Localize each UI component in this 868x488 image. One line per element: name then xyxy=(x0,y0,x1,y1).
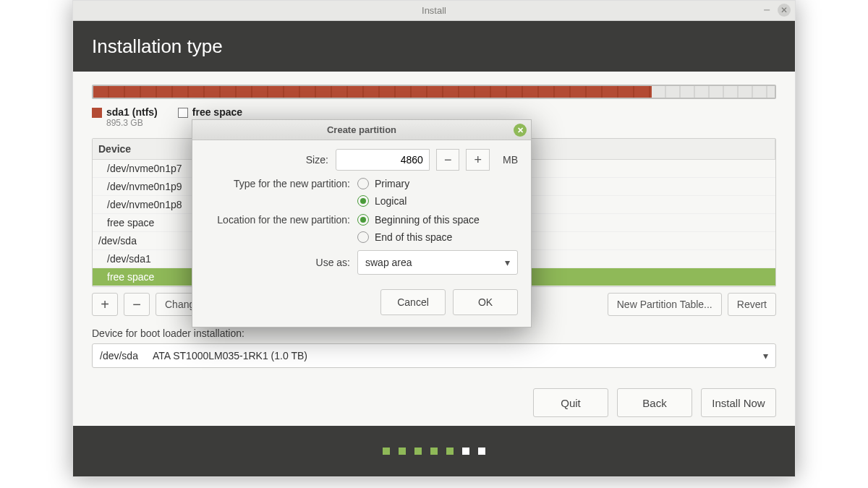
boot-loader-label: Device for boot loader installation: xyxy=(92,328,776,339)
size-unit: MB xyxy=(503,154,518,166)
radio-begin-label: Beginning of this space xyxy=(375,214,480,226)
size-input[interactable] xyxy=(336,149,430,171)
page-header: Installation type xyxy=(73,21,795,72)
radio-icon xyxy=(357,214,369,226)
create-partition-dialog: Create partition ✕ Size: − + MB Type for… xyxy=(192,119,532,328)
swatch-free xyxy=(178,108,188,118)
minimize-button[interactable]: − xyxy=(760,4,773,17)
dialog-title: Create partition xyxy=(327,124,396,135)
progress-dot xyxy=(478,448,485,455)
page-title: Installation type xyxy=(92,35,223,58)
boot-device: /dev/sda xyxy=(100,350,138,361)
radio-end-label: End of this space xyxy=(375,231,452,243)
progress-dot xyxy=(399,448,406,455)
remove-partition-button[interactable]: − xyxy=(124,293,150,316)
radio-icon xyxy=(357,178,369,189)
radio-primary[interactable]: Primary xyxy=(357,178,409,189)
radio-primary-label: Primary xyxy=(375,178,409,189)
disk-usage-bar xyxy=(92,85,776,99)
chevron-down-icon: ▾ xyxy=(763,350,768,361)
usage-segment-free xyxy=(652,86,775,98)
progress-dot xyxy=(430,448,438,455)
radio-logical[interactable]: Logical xyxy=(357,195,409,207)
size-decrement-button[interactable]: − xyxy=(436,149,460,171)
revert-button[interactable]: Revert xyxy=(728,293,776,316)
window-titlebar: Install − ✕ xyxy=(73,1,795,21)
legend-ntfs: sda1 (ntfs) 895.3 GB xyxy=(92,106,158,128)
add-partition-button[interactable]: + xyxy=(92,293,118,316)
useas-select[interactable]: swap area ▾ xyxy=(357,250,518,275)
close-icon: ✕ xyxy=(517,126,524,135)
quit-button[interactable]: Quit xyxy=(533,388,608,417)
dialog-close-button[interactable]: ✕ xyxy=(514,124,527,137)
new-partition-table-button[interactable]: New Partition Table... xyxy=(608,293,722,316)
radio-icon xyxy=(357,195,369,207)
progress-dot xyxy=(462,448,469,455)
useas-value: swap area xyxy=(365,257,412,268)
size-increment-button[interactable]: + xyxy=(466,149,490,171)
window-title: Install xyxy=(422,5,446,16)
chevron-down-icon: ▾ xyxy=(505,257,510,268)
legend-ntfs-label: sda1 (ntfs) xyxy=(106,106,158,118)
wizard-nav: Quit Back Install Now xyxy=(73,388,795,417)
progress-dot xyxy=(414,448,422,455)
legend-ntfs-size: 895.3 GB xyxy=(106,118,158,128)
usage-segment-ntfs xyxy=(93,86,652,98)
dialog-titlebar[interactable]: Create partition ✕ xyxy=(192,120,531,140)
install-now-button[interactable]: Install Now xyxy=(701,388,776,417)
close-icon: ✕ xyxy=(780,5,788,15)
dialog-cancel-button[interactable]: Cancel xyxy=(380,289,446,315)
boot-device-desc: ATA ST1000LM035-1RK1 (1.0 TB) xyxy=(153,350,307,361)
partition-type-label: Type for the new partition: xyxy=(205,178,350,189)
dialog-ok-button[interactable]: OK xyxy=(453,289,518,315)
progress-footer xyxy=(73,426,795,476)
progress-dot xyxy=(383,448,390,455)
radio-location-end[interactable]: End of this space xyxy=(357,231,480,243)
close-window-button[interactable]: ✕ xyxy=(778,4,791,17)
size-label: Size: xyxy=(205,154,328,166)
radio-logical-label: Logical xyxy=(375,195,407,207)
radio-location-begin[interactable]: Beginning of this space xyxy=(357,214,480,226)
back-button[interactable]: Back xyxy=(617,388,692,417)
partition-location-label: Location for the new partition: xyxy=(205,214,350,226)
legend-free-label: free space xyxy=(192,106,242,118)
radio-icon xyxy=(357,231,369,243)
useas-label: Use as: xyxy=(205,257,350,268)
progress-dot xyxy=(446,448,454,455)
boot-loader-select[interactable]: /dev/sda ATA ST1000LM035-1RK1 (1.0 TB) ▾ xyxy=(92,343,776,368)
swatch-ntfs xyxy=(92,108,102,118)
